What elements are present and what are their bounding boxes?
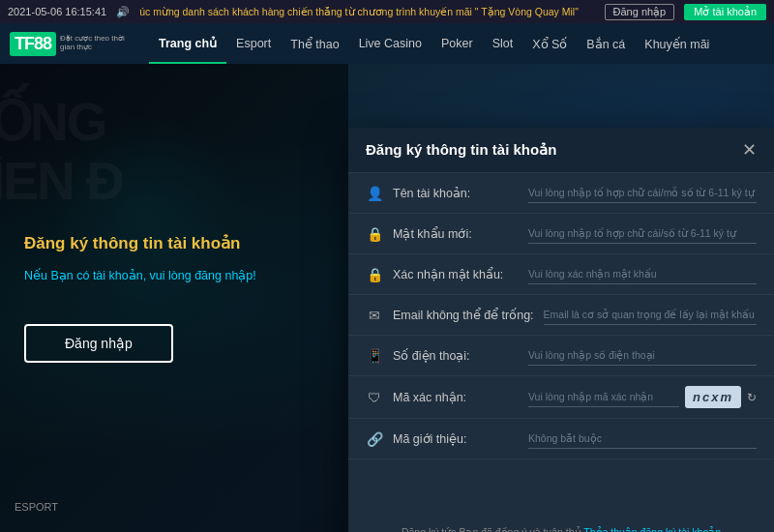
nav-items: Trang chủ Esport Thể thao Live Casino Po…: [149, 23, 764, 64]
referral-row: 🔗 Mã giới thiệu:: [348, 419, 774, 459]
nav-bar: TF88 Đặt cược theo thời gian thực Trang …: [0, 23, 774, 64]
terms-prefix: Đăng ký tức Bạn đã đồng ý và tuân thủ: [402, 526, 581, 532]
top-bar: 2021-05-06 16:15:41 🔊 úc mừng danh sách …: [0, 0, 774, 23]
nav-item-khuyenmai[interactable]: Khuyến mãi: [635, 23, 719, 64]
announcement-marquee: úc mừng danh sách khách hàng chiến thắng…: [139, 6, 594, 17]
username-label: Tên tài khoản:: [393, 186, 519, 200]
captcha-suffix: m: [720, 390, 733, 404]
nav-item-thethao[interactable]: Thể thao: [281, 23, 348, 64]
phone-input[interactable]: [528, 345, 757, 366]
speaker-icon: 🔊: [116, 6, 130, 18]
email-input[interactable]: [544, 305, 757, 325]
modal-header: Đăng ký thông tin tài khoản ✕: [348, 128, 774, 173]
marquee-text: úc mừng danh sách khách hàng chiến thắng…: [139, 6, 579, 17]
logo: TF88 Đặt cược theo thời gian thực: [10, 32, 137, 56]
terms-link[interactable]: Thỏa thuận đăng ký tài khoản: [583, 526, 721, 532]
logo-subtitle: Đặt cược theo thời gian thực: [60, 35, 137, 52]
phone-row: 📱 Số điện thoại:: [348, 336, 774, 376]
nav-item-banca[interactable]: Bắn cá: [577, 23, 635, 64]
referral-input[interactable]: [528, 429, 757, 449]
email-row: ✉ Email không thể để trống:: [348, 295, 774, 336]
captcha-input-group: ncxm ↻: [528, 386, 757, 408]
hero-background: ỐNGÌEN Đ Đăng ký thông tin tài khoản Nếu…: [0, 64, 774, 532]
captcha-input[interactable]: [528, 387, 679, 407]
link-icon: 🔗: [366, 431, 383, 447]
modal-body: 👤 Tên tài khoản: 🔒 Mật khẩu mới: 🔒 Xác n…: [348, 173, 774, 518]
modal-title: Đăng ký thông tin tài khoản: [366, 141, 556, 159]
captcha-label: Mã xác nhận:: [393, 390, 519, 404]
shield-icon: 🛡: [366, 390, 383, 405]
nav-item-poker[interactable]: Poker: [432, 23, 483, 64]
modal-close-button[interactable]: ✕: [742, 141, 757, 159]
user-icon: 👤: [366, 186, 383, 201]
referral-label: Mã giới thiệu:: [393, 431, 519, 446]
top-login-button[interactable]: Đăng nhập: [605, 4, 675, 20]
modal-footer: Đăng ký tức Bạn đã đồng ý và tuân thủ Th…: [348, 518, 774, 532]
email-icon: ✉: [366, 308, 383, 323]
nav-item-trangchu[interactable]: Trang chủ: [149, 23, 226, 64]
logo-text: TF88: [10, 32, 56, 56]
registration-modal: Đăng ký thông tin tài khoản ✕ 👤 Tên tài …: [348, 128, 774, 532]
email-label: Email không thể để trống:: [393, 308, 534, 322]
lock-icon-2: 🔒: [366, 267, 383, 282]
confirm-password-label: Xác nhận mật khẩu:: [393, 267, 519, 281]
confirm-password-row: 🔒 Xác nhận mật khẩu:: [348, 254, 774, 295]
nav-item-xoso[interactable]: Xổ Số: [522, 23, 577, 64]
captcha-refresh-icon[interactable]: ↻: [747, 391, 757, 404]
phone-icon: 📱: [366, 348, 383, 364]
captcha-text: ncx: [693, 390, 720, 404]
top-register-button[interactable]: Mở tài khoản: [684, 4, 766, 20]
password-row: 🔒 Mật khẩu mới:: [348, 214, 774, 254]
captcha-row: 🛡 Mã xác nhận: ncxm ↻: [348, 376, 774, 419]
nav-item-slot[interactable]: Slot: [483, 23, 523, 64]
datetime: 2021-05-06 16:15:41: [8, 6, 106, 17]
captcha-image: ncxm: [685, 386, 741, 408]
phone-label: Số điện thoại:: [393, 348, 519, 363]
terms-text: Đăng ký tức Bạn đã đồng ý và tuân thủ Th…: [366, 526, 757, 532]
modal-overlay: Đăng ký thông tin tài khoản ✕ 👤 Tên tài …: [0, 128, 774, 532]
username-input[interactable]: [528, 183, 757, 203]
username-row: 👤 Tên tài khoản:: [348, 173, 774, 214]
lock-icon-1: 🔒: [366, 226, 383, 242]
confirm-password-input[interactable]: [528, 264, 757, 284]
nav-item-livecasino[interactable]: Live Casino: [349, 23, 432, 64]
password-input[interactable]: [528, 223, 757, 244]
password-label: Mật khẩu mới:: [393, 226, 519, 241]
nav-item-esport[interactable]: Esport: [226, 23, 281, 64]
